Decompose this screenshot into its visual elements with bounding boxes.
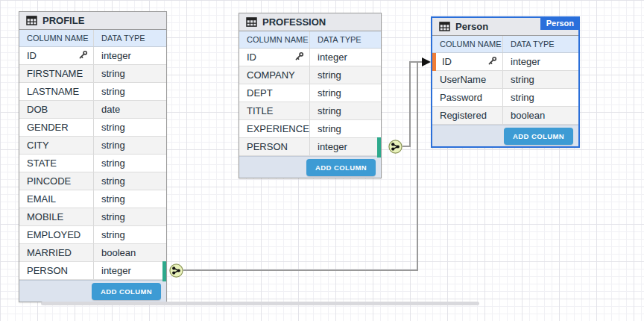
column-name-cell: EMPLOYED [19, 226, 94, 243]
column-name: CITY [27, 140, 49, 151]
column-name: STATE [27, 158, 57, 169]
fk-connector-handle-profile[interactable] [169, 264, 183, 278]
table-row[interactable]: LASTNAME string [19, 83, 166, 101]
data-type-cell: string [94, 190, 166, 208]
table-row[interactable]: DOB date [19, 101, 166, 119]
table-grid-icon [439, 22, 450, 31]
column-name-cell: ID [19, 47, 94, 64]
table-row[interactable]: STATE string [19, 155, 166, 172]
column-name-cell: CITY [19, 137, 94, 154]
data-type-cell: string [503, 71, 578, 88]
column-headers: COLUMN NAME DATA TYPE [239, 31, 381, 49]
column-name-cell: EXPERIENCE [239, 120, 310, 137]
table-title: Person [455, 21, 488, 32]
table-row[interactable]: FIRSTNAME string [19, 65, 166, 83]
column-name: MOBILE [27, 211, 63, 222]
table-row[interactable]: ID integer [239, 49, 381, 66]
column-name-cell: Password [432, 89, 503, 106]
data-type-cell: string [310, 102, 381, 119]
table-row-foreign-key[interactable]: PERSON integer [19, 262, 166, 280]
table-row[interactable]: MARRIED boolean [19, 244, 166, 262]
table-row[interactable]: EMPLOYED string [19, 226, 166, 244]
column-name: PERSON [247, 141, 288, 152]
column-name-header: COLUMN NAME [432, 36, 503, 52]
table-row[interactable]: Password string [432, 89, 578, 107]
table-grid-icon [246, 17, 257, 27]
table-row[interactable]: ID integer [19, 47, 166, 65]
column-name-cell: DOB [19, 101, 94, 118]
data-type-cell: string [94, 172, 166, 190]
table-row[interactable]: UserName string [432, 71, 578, 89]
table-row[interactable]: PINCODE string [19, 172, 166, 190]
table-row[interactable]: TITLE string [239, 102, 381, 120]
column-name-cell: GENDER [19, 119, 94, 136]
column-name-cell: UserName [432, 71, 503, 88]
data-type-cell: string [310, 120, 381, 137]
column-name: Password [440, 92, 482, 103]
primary-key-icon [487, 56, 497, 66]
add-column-button[interactable]: ADD COLUMN [92, 283, 161, 300]
table-title-bar-profile[interactable]: PROFILE [19, 12, 166, 30]
table-row[interactable]: EMAIL string [19, 190, 166, 208]
table-rows: ID integer FIRSTNAME string LASTNAME str… [19, 47, 166, 280]
add-column-button[interactable]: ADD COLUMN [504, 128, 573, 145]
column-name-cell: PERSON [239, 138, 310, 155]
column-name: EMAIL [27, 193, 56, 205]
column-name: EMPLOYED [27, 229, 80, 240]
column-name-cell: EMAIL [19, 190, 94, 208]
table-footer: ADD COLUMN [432, 125, 578, 146]
column-name: GENDER [27, 122, 69, 133]
table-row[interactable]: DEPT string [239, 84, 381, 102]
column-name: PERSON [27, 265, 68, 276]
table-card-profile: PROFILE COLUMN NAME DATA TYPE ID integer [19, 11, 167, 302]
column-name: DEPT [247, 87, 273, 99]
column-name: MARRIED [27, 247, 72, 258]
data-type-cell: string [94, 119, 166, 136]
data-type-cell: date [94, 101, 166, 118]
column-name: Registered [440, 110, 487, 121]
table-row[interactable]: MOBILE string [19, 208, 166, 226]
data-type-cell: string [310, 84, 381, 102]
column-name: UserName [440, 74, 486, 85]
data-type-cell: string [94, 83, 166, 100]
table-row[interactable]: GENDER string [19, 119, 166, 137]
column-name: ID [247, 52, 256, 63]
horizontal-scrollbar[interactable] [41, 302, 479, 305]
table-row[interactable]: EXPERIENCE string [239, 120, 381, 138]
column-name-header: COLUMN NAME [19, 30, 94, 46]
data-type-cell: integer [503, 53, 578, 70]
table-row-primary-key[interactable]: ID integer [432, 53, 578, 71]
table-row[interactable]: COMPANY string [239, 66, 381, 84]
fk-connector-handle-profession[interactable] [388, 140, 402, 154]
data-type-header: DATA TYPE [310, 31, 381, 48]
column-name-cell: PINCODE [19, 172, 94, 190]
column-name: DOB [27, 104, 48, 115]
design-canvas: PROFILE COLUMN NAME DATA TYPE ID integer [0, 0, 644, 321]
data-type-cell: string [94, 155, 166, 172]
data-type-cell: boolean [503, 107, 578, 124]
data-type-cell: string [503, 89, 578, 106]
column-name-header: COLUMN NAME [239, 31, 310, 48]
table-footer: ADD COLUMN [239, 156, 381, 178]
table-row-foreign-key[interactable]: PERSON integer [239, 138, 381, 156]
column-name: TITLE [247, 105, 273, 116]
column-name-cell: MARRIED [19, 244, 94, 261]
column-name-cell: ID [432, 53, 503, 70]
column-name: COMPANY [247, 69, 295, 81]
data-type-cell: boolean [94, 244, 166, 261]
column-name-cell: TITLE [239, 102, 310, 119]
selected-table-badge: Person [540, 16, 580, 30]
table-row[interactable]: CITY string [19, 137, 166, 155]
table-card-profession: PROFESSION COLUMN NAME DATA TYPE ID inte… [239, 13, 382, 178]
column-name: ID [27, 50, 37, 61]
column-name-cell: STATE [19, 155, 94, 172]
table-title-bar-profession[interactable]: PROFESSION [239, 13, 381, 31]
add-column-button[interactable]: ADD COLUMN [306, 159, 376, 176]
table-row[interactable]: Registered boolean [432, 107, 578, 125]
column-name: ID [440, 56, 452, 67]
data-type-cell: integer [94, 47, 166, 64]
table-title: PROFILE [42, 15, 84, 26]
column-name: PINCODE [27, 175, 71, 187]
table-title-bar-person[interactable]: Person Person [432, 18, 578, 36]
primary-key-icon [294, 52, 304, 61]
